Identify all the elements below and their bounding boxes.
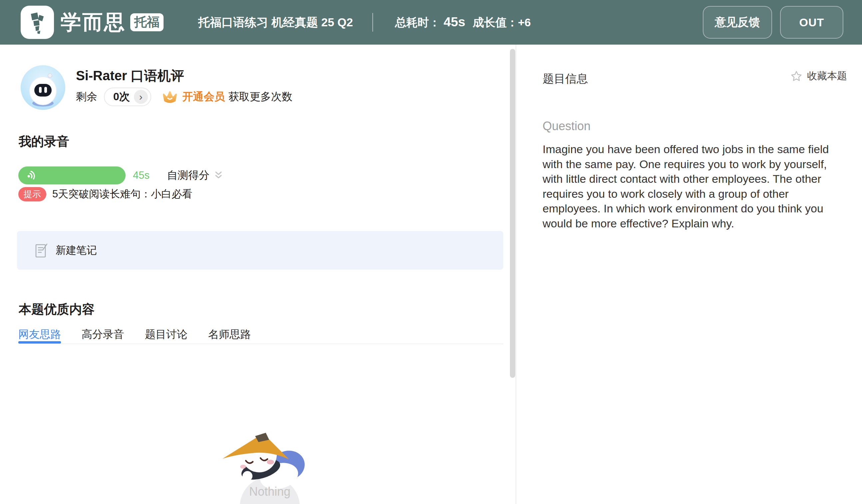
remaining-label: 剩余 bbox=[76, 90, 97, 104]
double-chevron-down-icon[interactable] bbox=[213, 171, 223, 180]
self-score-label[interactable]: 自测得分 bbox=[167, 168, 209, 183]
tip-row: 提示 5天突破阅读长难句：小白必看 bbox=[18, 187, 192, 201]
robot-icon bbox=[21, 65, 65, 110]
rater-avatar bbox=[21, 65, 65, 110]
brand-logo[interactable]: 学而思 托福 bbox=[21, 6, 164, 39]
empty-state: Nothing bbox=[217, 429, 323, 504]
header-actions: 意见反馈 OUT bbox=[703, 6, 843, 39]
page-title: 托福口语练习 机经真题 25 Q2 bbox=[198, 15, 353, 30]
recording-row: 45s 自测得分 bbox=[18, 167, 223, 184]
panel-scrollbar[interactable] bbox=[510, 49, 515, 378]
header-divider bbox=[373, 13, 373, 31]
favorite-question-label: 收藏本题 bbox=[807, 69, 847, 83]
star-icon bbox=[790, 69, 803, 83]
membership-benefit-text: 获取更多次数 bbox=[228, 90, 292, 104]
out-button[interactable]: OUT bbox=[780, 6, 843, 39]
total-time-label: 总耗时： bbox=[395, 15, 440, 30]
session-stats: 总耗时： 45s 成长值：+6 bbox=[395, 15, 531, 30]
tab-teacher-ideas[interactable]: 名师思路 bbox=[208, 327, 251, 344]
audio-playback-bar[interactable] bbox=[18, 167, 126, 184]
content-tabs: 网友思路 高分录音 题目讨论 名师思路 bbox=[18, 327, 503, 344]
feedback-button[interactable]: 意见反馈 bbox=[703, 6, 772, 39]
open-membership-link[interactable]: 开通会员 bbox=[183, 90, 225, 104]
quality-content-heading: 本题优质内容 bbox=[19, 301, 95, 318]
crown-icon bbox=[161, 89, 179, 105]
remaining-attempts-row: 剩余 0次 › 开通会员 获取更多次数 bbox=[76, 87, 292, 107]
practice-panel: Si-Rater 口语机评 剩余 0次 › 开通会员 获取更多次数 我的录音 bbox=[0, 44, 515, 504]
recording-duration: 45s bbox=[133, 170, 149, 182]
sound-wave-icon bbox=[26, 170, 37, 181]
tab-high-score-recordings[interactable]: 高分录音 bbox=[82, 327, 124, 344]
total-time-value: 45s bbox=[444, 15, 465, 29]
my-recording-heading: 我的录音 bbox=[19, 133, 69, 150]
rater-title: Si-Rater 口语机评 bbox=[76, 67, 184, 85]
note-edit-icon bbox=[35, 243, 48, 258]
empty-state-text: Nothing bbox=[217, 485, 323, 499]
brand-badge: 托福 bbox=[130, 13, 164, 31]
question-info-heading: 题目信息 bbox=[543, 71, 588, 87]
question-info-panel: 题目信息 收藏本题 Question Imagine you have been… bbox=[516, 44, 862, 504]
remaining-count: 0次 bbox=[113, 90, 130, 104]
question-label: Question bbox=[543, 119, 590, 133]
favorite-question-button[interactable]: 收藏本题 bbox=[790, 69, 847, 83]
growth-value: 成长值：+6 bbox=[473, 15, 531, 30]
brand-name: 学而思 bbox=[61, 8, 126, 36]
question-text: Imagine you have been offered two jobs i… bbox=[543, 142, 847, 231]
tab-netizen-ideas[interactable]: 网友思路 bbox=[18, 327, 61, 344]
new-note-bar[interactable]: 新建笔记 bbox=[17, 231, 503, 270]
brand-logo-icon bbox=[21, 6, 54, 39]
tip-link-text[interactable]: 5天突破阅读长难句：小白必看 bbox=[52, 187, 192, 201]
logo-mark-icon bbox=[25, 10, 50, 35]
app-header: 学而思 托福 托福口语练习 机经真题 25 Q2 总耗时： 45s 成长值：+6… bbox=[0, 0, 862, 44]
tab-question-discussion[interactable]: 题目讨论 bbox=[145, 327, 187, 344]
tip-badge: 提示 bbox=[18, 187, 46, 201]
new-note-label: 新建笔记 bbox=[56, 243, 97, 257]
chevron-right-icon: › bbox=[134, 90, 148, 104]
remaining-count-pill[interactable]: 0次 › bbox=[104, 88, 151, 106]
